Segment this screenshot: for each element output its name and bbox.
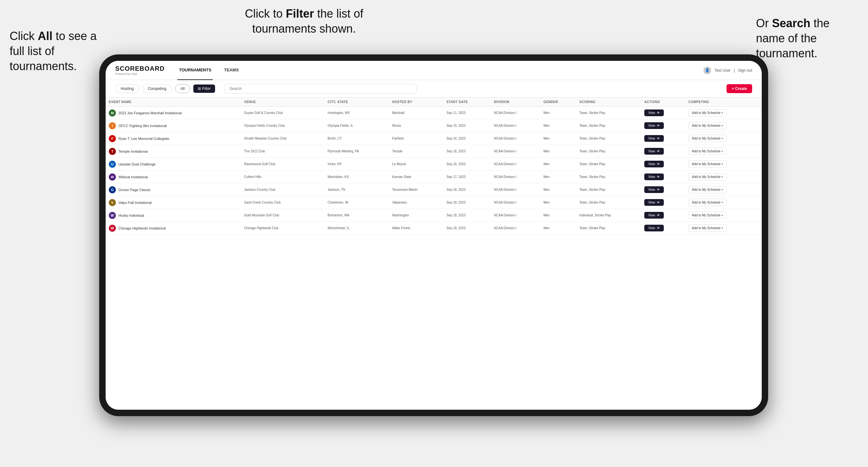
cell-gender: Men <box>540 170 576 183</box>
cell-gender: Men <box>540 132 576 145</box>
cell-event-name: G Grover Page Classic <box>105 183 241 196</box>
create-button[interactable]: + Create <box>726 84 752 93</box>
add-to-schedule-button[interactable]: Add to My Schedule + <box>688 109 727 117</box>
cell-event-name: W Wildcat Invitational <box>105 170 241 183</box>
view-button[interactable]: View 👁 <box>644 148 664 155</box>
search-input[interactable] <box>225 84 417 93</box>
svg-text:I: I <box>112 124 113 128</box>
table-row: G Grover Page Classic Jackson Country Cl… <box>105 183 762 196</box>
eye-icon: 👁 <box>657 137 660 140</box>
add-to-schedule-button[interactable]: Add to My Schedule + <box>688 212 727 219</box>
cell-start-date: Sep 15, 2023 <box>443 119 491 132</box>
view-button[interactable]: View 👁 <box>644 225 664 231</box>
cell-division: NCAA Division I <box>491 158 540 170</box>
user-icon: 👤 <box>704 67 711 74</box>
view-label: View <box>648 124 655 127</box>
view-button[interactable]: View 👁 <box>644 161 664 167</box>
cell-competing: Add to My Schedule + <box>685 132 762 145</box>
cell-actions: View 👁 <box>641 145 685 158</box>
svg-text:W: W <box>111 175 114 179</box>
add-to-schedule-button[interactable]: Add to My Schedule + <box>688 186 727 193</box>
tablet-screen: SCOREBOARD Powered by clipd TOURNAMENTS … <box>105 61 762 410</box>
hosting-tab[interactable]: Hosting <box>115 84 139 93</box>
eye-icon: 👁 <box>657 162 660 166</box>
cell-competing: Add to My Schedule + <box>685 106 762 119</box>
view-button[interactable]: View 👁 <box>644 135 664 142</box>
view-button[interactable]: View 👁 <box>644 212 664 219</box>
cell-hosted-by: Illinois <box>389 119 443 132</box>
col-event-name: EVENT NAME <box>105 98 241 106</box>
add-to-schedule-button[interactable]: Add to My Schedule + <box>688 160 727 168</box>
cell-gender: Men <box>540 222 576 235</box>
svg-text:T: T <box>112 150 114 153</box>
cell-city-state: Berlin, CT <box>324 132 389 145</box>
col-division: DIVISION <box>491 98 540 106</box>
cell-start-date: Sep 18, 2023 <box>443 183 491 196</box>
nav-tab-tournaments[interactable]: TOURNAMENTS <box>177 61 213 80</box>
view-button[interactable]: View 👁 <box>644 199 664 206</box>
cell-event-name: W Chicago Highlands Invitational <box>105 222 241 235</box>
table-row: F Ryan T. Lee Memorial Collegiate Shuttl… <box>105 132 762 145</box>
col-actions: ACTIONS <box>641 98 685 106</box>
add-to-schedule-button[interactable]: Add to My Schedule + <box>688 173 727 181</box>
eye-icon: 👁 <box>657 124 660 127</box>
cell-gender: Men <box>540 183 576 196</box>
cell-gender: Men <box>540 106 576 119</box>
add-to-schedule-button[interactable]: Add to My Schedule + <box>688 122 727 129</box>
add-to-schedule-button[interactable]: Add to My Schedule + <box>688 199 727 206</box>
cell-city-state: Victor, NY <box>324 158 389 170</box>
tablet-frame: SCOREBOARD Powered by clipd TOURNAMENTS … <box>99 54 768 416</box>
cell-start-date: Sep 16, 2023 <box>443 145 491 158</box>
cell-hosted-by: Fairfield <box>389 132 443 145</box>
view-button[interactable]: View 👁 <box>644 186 664 193</box>
add-to-schedule-button[interactable]: Add to My Schedule + <box>688 135 727 142</box>
cell-actions: View 👁 <box>641 132 685 145</box>
cell-scoring: Team, Stroke Play <box>576 170 641 183</box>
cell-actions: View 👁 <box>641 158 685 170</box>
view-button[interactable]: View 👁 <box>644 110 664 116</box>
cell-actions: View 👁 <box>641 222 685 235</box>
cell-event-name: W Husky Individual <box>105 209 241 222</box>
svg-text:F: F <box>112 137 114 141</box>
filter-button[interactable]: ⊞ Filter <box>193 85 215 93</box>
col-scoring: SCORING <box>576 98 641 106</box>
cell-venue: Olympia Fields Country Club <box>241 119 324 132</box>
view-label: View <box>648 188 655 191</box>
competing-tab[interactable]: Competing <box>143 84 172 93</box>
toolbar: Hosting Competing All ⊞ Filter + Create <box>105 80 762 98</box>
table-row: M 2023 Joe Feaganes Marshall Invitationa… <box>105 106 762 119</box>
view-label: View <box>648 137 655 140</box>
cell-city-state: Westchester, IL <box>324 222 389 235</box>
cell-hosted-by: Temple <box>389 145 443 158</box>
add-to-schedule-button[interactable]: Add to My Schedule + <box>688 224 727 232</box>
cell-division: NCAA Division I <box>491 209 540 222</box>
cell-gender: Men <box>540 145 576 158</box>
view-button[interactable]: View 👁 <box>644 122 664 129</box>
header-right: 👤 Test User | Sign out <box>704 67 752 74</box>
view-label: View <box>648 111 655 115</box>
cell-venue: Colbert Hills <box>241 170 324 183</box>
nav-tab-teams[interactable]: TEAMS <box>222 61 240 80</box>
signout-link[interactable]: Sign out <box>738 68 752 73</box>
cell-actions: View 👁 <box>641 183 685 196</box>
app-logo: SCOREBOARD <box>115 65 164 72</box>
add-to-schedule-button[interactable]: Add to My Schedule + <box>688 148 727 155</box>
cell-scoring: Team, Stroke Play <box>576 119 641 132</box>
cell-start-date: Sep 16, 2023 <box>443 132 491 145</box>
view-button[interactable]: View 👁 <box>644 174 664 180</box>
cell-venue: Ravenwood Golf Club <box>241 158 324 170</box>
cell-division: NCAA Division I <box>491 170 540 183</box>
cell-actions: View 👁 <box>641 119 685 132</box>
table-row: U Upstate Dual Challenge Ravenwood Golf … <box>105 158 762 170</box>
view-label: View <box>648 214 655 217</box>
all-tab[interactable]: All <box>175 84 190 93</box>
svg-text:W: W <box>111 214 114 217</box>
svg-text:U: U <box>111 162 114 166</box>
cell-scoring: Team, Stroke Play <box>576 222 641 235</box>
cell-venue: Gold Mountain Golf Club <box>241 209 324 222</box>
cell-venue: Chicago Highlands Club <box>241 222 324 235</box>
col-venue: VENUE <box>241 98 324 106</box>
table-row: I OFCC Fighting Illini Invitational Olym… <box>105 119 762 132</box>
cell-gender: Men <box>540 209 576 222</box>
cell-city-state: Manhattan, KS <box>324 170 389 183</box>
